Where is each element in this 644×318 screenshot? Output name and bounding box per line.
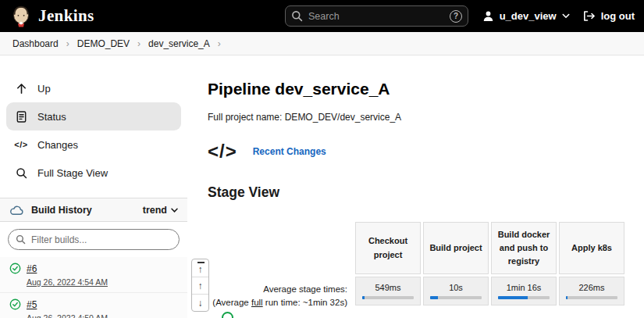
sidebar-item-status[interactable]: Status	[6, 102, 181, 130]
avg-times-line: Average stage times:	[208, 283, 347, 296]
average-stage-times-label: Average stage times: (Average full run t…	[208, 222, 355, 310]
build-row: #6 Aug 26, 2022 4:54 AM	[0, 257, 187, 293]
search-help-icon[interactable]: ?	[450, 10, 462, 23]
stage-column-header: Apply k8s	[559, 222, 624, 274]
stage-time-bar	[362, 296, 414, 299]
scroll-down-button[interactable]: ↓	[192, 294, 208, 311]
cloud-icon	[9, 205, 24, 216]
sidebar: Up Status </> Changes Full Stage View	[0, 55, 187, 317]
filter-builds-box[interactable]	[8, 229, 180, 250]
stage-table-header: Checkout project Build project Build doc…	[355, 222, 624, 274]
scroll-to-top-button[interactable]: ↑	[192, 259, 208, 277]
page-body: Up Status </> Changes Full Stage View	[0, 55, 644, 317]
breadcrumb: Dashboard › DEMO_DEV › dev_service_A ›	[0, 32, 644, 55]
build-success-icon	[222, 312, 233, 318]
trend-link[interactable]: trend	[143, 205, 178, 216]
breadcrumb-separator-icon: ›	[137, 38, 141, 49]
stage-scroll-controls: ↑ ↑ ↓	[191, 259, 209, 312]
build-number-link[interactable]: #5	[27, 299, 37, 310]
stage-time-bar	[430, 296, 482, 299]
sidebar-item-changes[interactable]: </> Changes	[6, 130, 181, 159]
breadcrumb-dashboard[interactable]: Dashboard	[12, 38, 59, 49]
trend-label: trend	[143, 205, 167, 216]
breadcrumb-folder[interactable]: DEMO_DEV	[77, 38, 130, 49]
logout-button[interactable]: log out	[582, 10, 635, 22]
top-bar: Jenkins ? u_dev_view log out	[0, 0, 644, 32]
build-date-link[interactable]: Aug 26, 2022 4:50 AM	[27, 313, 108, 318]
search-input[interactable]	[308, 11, 444, 22]
build-row: #5 Aug 26, 2022 4:50 AM	[0, 293, 187, 318]
sidebar-item-label: Status	[37, 111, 66, 123]
stage-time-cell: 10s	[423, 277, 489, 305]
global-search[interactable]: ?	[285, 5, 468, 27]
stage-view: Average stage times: (Average full run t…	[208, 222, 644, 310]
jenkins-home-link[interactable]: Jenkins	[11, 5, 94, 27]
stage-column-header: Build docker and push to registry	[491, 222, 557, 274]
stage-time-cell: 549ms	[355, 277, 421, 305]
logout-label: log out	[601, 10, 635, 22]
sidebar-item-full-stage-view[interactable]: Full Stage View	[6, 159, 181, 187]
build-number-link[interactable]: #6	[27, 263, 37, 274]
full-run-time-line: (Average full run time: ~1min 32s)	[208, 296, 347, 309]
person-icon	[482, 10, 494, 22]
recent-changes-row: </> Recent Changes	[208, 140, 644, 163]
chevron-down-icon	[562, 13, 570, 19]
recent-changes-link[interactable]: Recent Changes	[253, 146, 326, 157]
stage-column-header: Checkout project	[355, 222, 421, 274]
breadcrumb-pipeline[interactable]: dev_service_A	[148, 38, 210, 49]
status-icon	[14, 110, 28, 123]
chevron-down-icon	[171, 208, 178, 213]
build-history-header: Build History trend	[0, 198, 187, 222]
filter-builds-input[interactable]	[31, 234, 172, 245]
sidebar-item-label: Up	[37, 83, 51, 95]
magnifier-icon	[14, 166, 28, 180]
sidebar-item-label: Full Stage View	[37, 167, 108, 179]
stage-column-header: Build project	[423, 222, 489, 274]
main-content: Pipeline dev_service_A Full project name…	[187, 55, 644, 317]
sidebar-item-up[interactable]: Up	[6, 74, 181, 102]
stage-time-bar	[566, 296, 617, 299]
sidebar-item-label: Changes	[37, 139, 78, 151]
arrow-up-icon	[14, 82, 28, 95]
stage-table: Checkout project Build project Build doc…	[355, 222, 624, 310]
stage-view-heading: Stage View	[208, 185, 644, 200]
brand-name: Jenkins	[38, 6, 94, 26]
search-icon	[291, 10, 303, 22]
page-title: Pipeline dev_service_A	[208, 80, 644, 98]
success-check-icon	[9, 298, 21, 310]
stage-time-bar	[498, 296, 550, 299]
build-date-link[interactable]: Aug 26, 2022 4:54 AM	[27, 277, 108, 287]
user-name: u_dev_view	[500, 10, 557, 22]
jenkins-logo-icon	[11, 5, 31, 27]
stage-average-times-row: 549ms 10s 1min 16s 226ms	[355, 277, 624, 305]
logout-icon	[582, 10, 596, 22]
stage-time-cell: 226ms	[559, 277, 624, 305]
scroll-up-button[interactable]: ↑	[192, 277, 208, 294]
code-icon: </>	[14, 140, 28, 149]
build-history-title: Build History	[31, 205, 92, 216]
full-project-name: Full project name: DEMO_DEV/dev_service_…	[208, 112, 644, 123]
stage-time-cell: 1min 16s	[491, 277, 557, 305]
user-area: u_dev_view log out	[482, 0, 635, 32]
breadcrumb-separator-icon: ›	[66, 38, 69, 49]
code-icon: </>	[208, 141, 237, 163]
breadcrumb-separator-icon: ›	[218, 38, 221, 49]
success-check-icon	[9, 263, 21, 274]
user-menu[interactable]: u_dev_view	[482, 10, 570, 22]
search-icon	[16, 234, 26, 245]
